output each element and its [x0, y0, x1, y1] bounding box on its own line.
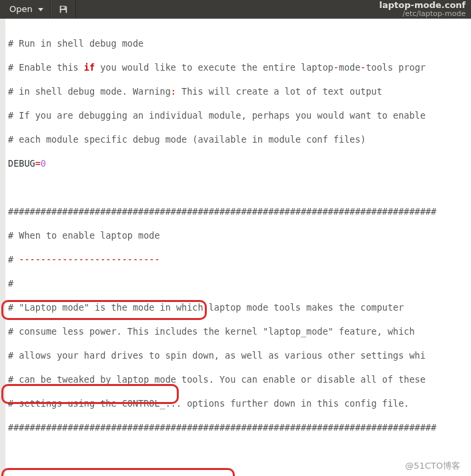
file-path: /etc/laptop-mode [380, 9, 466, 18]
code-line: # "Laptop mode" is the mode in which lap… [8, 301, 471, 313]
title-bar: Open laptop-mode.conf /etc/laptop-mode [0, 0, 471, 19]
save-icon [59, 5, 68, 14]
code-line: # Enable this if you would like to execu… [8, 61, 471, 73]
code-line: # Run in shell debug mode [8, 37, 471, 49]
code-line: # -------------------------- [8, 253, 471, 265]
code-line [8, 445, 471, 457]
code-line: # in shell debug mode. Warning: This wil… [8, 85, 471, 97]
file-name: laptop-mode.conf [380, 1, 466, 9]
code-line: ########################################… [8, 205, 471, 217]
code-line: # can be tweaked by laptop mode tools. Y… [8, 373, 471, 385]
gutter [0, 19, 5, 476]
code-line: # consume less power. This includes the … [8, 325, 471, 337]
code-line: DEBUG=0 [8, 157, 471, 169]
code-line: # When to enable laptop mode [8, 229, 471, 241]
toolbar-left: Open [0, 0, 76, 19]
save-button[interactable] [51, 0, 76, 19]
chevron-down-icon [38, 8, 43, 11]
title-filename: laptop-mode.conf /etc/laptop-mode [380, 0, 471, 19]
code-line: # each module specific debug mode (avail… [8, 133, 471, 145]
code-line [8, 181, 471, 193]
open-label: Open [9, 3, 33, 15]
code-line: # allows your hard drives to spin down, … [8, 349, 471, 361]
code-line: ########################################… [8, 421, 471, 433]
open-button[interactable]: Open [0, 0, 51, 19]
code-line: # [8, 277, 471, 289]
code-line: # If you are debugging an individual mod… [8, 109, 471, 121]
editor-area[interactable]: # Run in shell debug mode # Enable this … [5, 19, 471, 476]
code-line [8, 469, 471, 476]
code-line: # settings using the CONTROL_... options… [8, 397, 471, 409]
